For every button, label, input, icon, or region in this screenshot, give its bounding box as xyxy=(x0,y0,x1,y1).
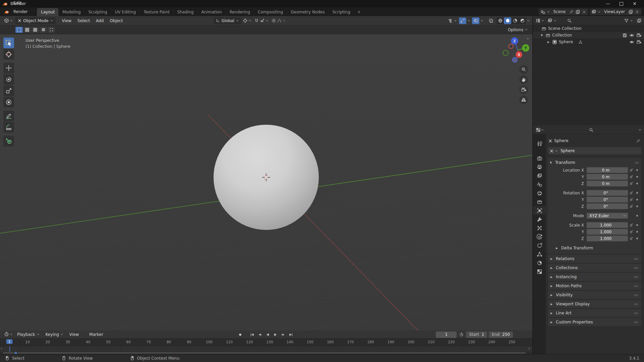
add-workspace-button[interactable]: + xyxy=(354,8,364,16)
ruler-tick[interactable]: 160 xyxy=(327,340,334,344)
workspace-tab[interactable]: Sculpting xyxy=(84,8,111,16)
workspace-tab[interactable]: Geometry Nodes xyxy=(287,8,328,16)
ruler-tick[interactable]: 240 xyxy=(488,340,495,344)
close-button[interactable]: ✕ xyxy=(628,0,641,7)
ruler-tick[interactable]: 130 xyxy=(267,340,273,344)
shading-wireframe-button[interactable] xyxy=(496,17,504,24)
outliner-row[interactable]: ▼ Collection xyxy=(533,32,644,39)
search-icon[interactable] xyxy=(567,18,572,23)
orientation-selector[interactable]: Global xyxy=(214,17,241,24)
tool-button[interactable] xyxy=(3,63,14,73)
shading-rendered-button[interactable] xyxy=(519,17,526,24)
ruler-tick[interactable]: 200 xyxy=(408,340,414,344)
collapsed-panel[interactable]: ▶ Motion Paths xyxy=(548,282,641,290)
tool-button[interactable] xyxy=(3,74,14,85)
properties-tab[interactable] xyxy=(533,206,546,215)
topbar-menu[interactable]: Edit xyxy=(10,0,32,7)
lock-open-icon[interactable] xyxy=(630,182,633,185)
transform-value-field[interactable]: 0° xyxy=(587,203,628,209)
properties-editor-icon[interactable] xyxy=(536,127,541,132)
chevron-down-icon[interactable] xyxy=(638,128,641,131)
show-gizmo-toggle[interactable] xyxy=(459,17,466,24)
jump-to-end-button[interactable] xyxy=(287,331,294,338)
gizmo-neg-y-axis[interactable] xyxy=(503,50,509,56)
animate-decorator[interactable] xyxy=(635,224,639,226)
exclude-checkbox[interactable] xyxy=(622,33,627,38)
properties-tab[interactable] xyxy=(533,189,546,197)
minimize-button[interactable] xyxy=(601,0,614,7)
properties-tab[interactable] xyxy=(533,258,546,267)
drag-handle-icon[interactable] xyxy=(634,256,639,261)
collapse-region-icon[interactable]: ‹ xyxy=(527,36,529,41)
drag-handle-icon[interactable] xyxy=(634,160,639,165)
timeline-menu[interactable]: Playback xyxy=(14,332,43,337)
select-mode-extend-button[interactable] xyxy=(23,27,31,33)
expand-toggle[interactable]: ▼ xyxy=(540,34,544,37)
shading-material-button[interactable] xyxy=(511,17,519,24)
lock-open-icon[interactable] xyxy=(630,175,633,179)
search-icon[interactable] xyxy=(589,127,594,132)
disable-render-icon[interactable] xyxy=(636,33,641,38)
lock-open-icon[interactable] xyxy=(630,223,633,227)
collapsed-panel[interactable]: ▶ Collections xyxy=(548,264,641,272)
ruler-tick[interactable]: 120 xyxy=(246,340,253,344)
collapsed-panel[interactable]: ▶ Instancing xyxy=(548,273,641,281)
pin-icon[interactable] xyxy=(636,138,641,143)
expand-region-icon[interactable]: › xyxy=(1,346,2,351)
animate-decorator[interactable] xyxy=(635,215,639,217)
collapsed-panel[interactable]: ▶ Line Art xyxy=(548,309,641,317)
animate-decorator[interactable] xyxy=(635,205,639,207)
next-keyframe-button[interactable] xyxy=(280,331,286,338)
tool-button[interactable] xyxy=(3,122,14,133)
animate-decorator[interactable] xyxy=(635,238,639,239)
timeline-tracks[interactable]: › ‹ xyxy=(0,346,532,352)
ruler-tick[interactable]: 80 xyxy=(167,340,171,344)
ruler-tick[interactable]: 140 xyxy=(287,340,293,344)
show-overlays-toggle[interactable] xyxy=(472,17,479,24)
start-frame-field[interactable]: Start 1 xyxy=(466,331,487,338)
unlink-scene-icon[interactable] xyxy=(582,9,587,14)
viewlayer-selector[interactable]: ViewLayer xyxy=(590,8,641,15)
timeline-menu[interactable]: Keying xyxy=(43,332,66,337)
expand-toggle[interactable]: ▶ xyxy=(546,41,550,44)
transform-value-field[interactable]: 0° xyxy=(587,197,628,202)
play-button[interactable] xyxy=(272,331,279,338)
outliner-editor-icon[interactable] xyxy=(535,18,540,23)
timeline-editor-type-button[interactable] xyxy=(3,331,14,338)
lock-open-icon[interactable] xyxy=(630,230,633,234)
transform-value-field[interactable]: 0 m xyxy=(587,174,628,180)
ruler-tick[interactable]: 230 xyxy=(468,340,475,344)
blender-menu-icon[interactable] xyxy=(4,9,9,14)
ruler-tick[interactable]: 110 xyxy=(226,340,233,344)
topbar-menu[interactable]: Render xyxy=(10,7,32,16)
workspace-tab[interactable]: Texture Paint xyxy=(139,8,173,16)
ruler-tick[interactable]: 150 xyxy=(307,340,313,344)
ruler-tick[interactable]: 10 xyxy=(25,340,30,344)
ruler-tick[interactable]: 1 xyxy=(6,339,13,344)
animate-decorator[interactable] xyxy=(635,231,639,233)
properties-tab[interactable] xyxy=(533,250,546,258)
drag-handle-icon[interactable] xyxy=(634,311,639,316)
lock-open-icon[interactable] xyxy=(630,204,633,208)
properties-tab[interactable] xyxy=(533,215,546,224)
workspace-tab[interactable]: Shading xyxy=(173,8,197,16)
viewport-menu[interactable]: Add xyxy=(93,18,107,23)
jump-to-start-button[interactable] xyxy=(249,331,255,338)
delta-transform-subpanel[interactable]: ▶ Delta Transform xyxy=(550,244,639,252)
current-frame-field[interactable]: 1 xyxy=(436,331,457,338)
ruler-tick[interactable]: 210 xyxy=(428,340,434,344)
hide-eye-icon[interactable] xyxy=(629,40,634,45)
xray-toggle[interactable] xyxy=(487,17,494,24)
mode-selector[interactable]: Object Mode xyxy=(15,17,56,24)
preview-range-button[interactable] xyxy=(458,331,465,338)
timeline-menu[interactable]: View xyxy=(66,332,86,337)
properties-tab[interactable] xyxy=(533,180,546,189)
pin-icon[interactable] xyxy=(569,9,574,14)
animate-decorator[interactable] xyxy=(635,176,639,178)
chevron-down-icon[interactable] xyxy=(467,19,470,22)
ruler-tick[interactable]: 40 xyxy=(86,340,90,344)
select-mode-new-button[interactable] xyxy=(15,27,23,33)
timeline-scrollbar[interactable] xyxy=(3,352,526,354)
maximize-button[interactable] xyxy=(614,0,628,7)
ruler-tick[interactable]: 170 xyxy=(347,340,354,344)
